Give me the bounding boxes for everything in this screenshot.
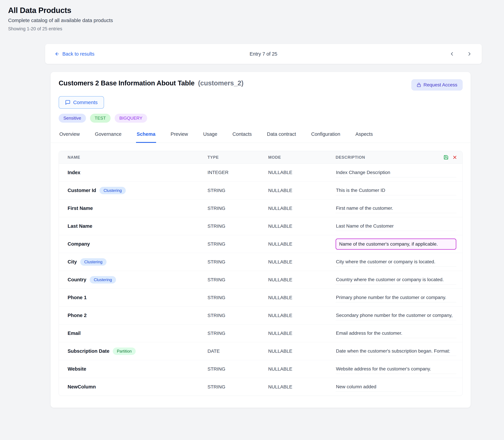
- entry-position: Entry 7 of 25: [250, 51, 277, 57]
- field-description-input[interactable]: [336, 329, 456, 338]
- field-description-input[interactable]: [336, 257, 456, 267]
- field-name-cell: Country Clustering: [68, 276, 207, 284]
- clustering-badge: Clustering: [80, 258, 107, 266]
- field-mode: NULLABLE: [268, 170, 336, 175]
- field-name: Phone 1: [68, 295, 87, 300]
- nav-left: Back to results: [55, 51, 250, 57]
- field-description-input[interactable]: [336, 204, 456, 213]
- next-entry-button[interactable]: [467, 51, 472, 57]
- tab-governance[interactable]: Governance: [94, 130, 122, 143]
- title-row: Customers 2 Base Information About Table…: [59, 79, 462, 90]
- chevron-left-icon: [449, 51, 455, 57]
- field-description-input[interactable]: [336, 293, 456, 302]
- field-description-input[interactable]: [336, 346, 456, 356]
- table-row-index: Index INTEGER NULLABLE: [59, 164, 462, 181]
- field-description-cell: [336, 221, 457, 231]
- tab-contacts[interactable]: Contacts: [232, 130, 252, 143]
- tag-sensitive: Sensitive: [59, 114, 86, 123]
- back-to-results-label: Back to results: [62, 51, 94, 57]
- partition-badge: Partition: [113, 347, 136, 355]
- field-name-cell: City Clustering: [68, 258, 207, 266]
- field-type: STRING: [207, 366, 268, 372]
- field-name-cell: NewColumn: [68, 384, 207, 390]
- comments-row: Comments: [59, 96, 462, 109]
- field-name-cell: Website: [68, 366, 207, 372]
- table-wrap: NAME TYPE MODE DESCRIPTION: [51, 143, 471, 396]
- arrow-left-icon: [55, 51, 60, 56]
- tab-data-contract[interactable]: Data contract: [266, 130, 297, 143]
- entries-info: Showing 1-20 of 25 entries: [8, 26, 504, 31]
- tab-aspects[interactable]: Aspects: [355, 130, 374, 143]
- field-name: Index: [68, 170, 80, 175]
- field-name-cell: Company: [68, 241, 207, 247]
- tab-configuration[interactable]: Configuration: [311, 130, 341, 143]
- field-name: Country: [68, 277, 86, 283]
- tabs-bar: OverviewGovernanceSchemaPreviewUsageCont…: [51, 124, 471, 143]
- request-access-button[interactable]: Request Access: [411, 79, 462, 90]
- field-description-cell: [336, 346, 457, 356]
- page-header: All Data Products Complete catalog of al…: [0, 0, 504, 31]
- field-type: STRING: [207, 223, 268, 229]
- results-nav-bar: Back to results Entry 7 of 25: [45, 44, 482, 64]
- field-type: STRING: [207, 295, 268, 300]
- tab-schema[interactable]: Schema: [136, 130, 156, 143]
- field-description-cell: [336, 186, 457, 195]
- tab-overview[interactable]: Overview: [59, 130, 80, 143]
- field-name-cell: Subscription Date Partition: [68, 347, 207, 355]
- field-description-input[interactable]: [336, 275, 456, 285]
- field-mode: NULLABLE: [268, 295, 336, 300]
- field-type: STRING: [207, 384, 268, 390]
- page-subtitle: Complete catalog of all available data p…: [8, 17, 504, 23]
- back-to-results-link[interactable]: Back to results: [55, 51, 94, 57]
- data-product-card: Customers 2 Base Information About Table…: [51, 72, 471, 408]
- table-row-email: Email STRING NULLABLE: [59, 324, 462, 342]
- chevron-right-icon: [467, 51, 472, 57]
- field-mode: NULLABLE: [268, 384, 336, 390]
- page-title: All Data Products: [8, 6, 504, 15]
- save-icon[interactable]: [444, 155, 448, 160]
- clustering-badge: Clustering: [100, 187, 126, 194]
- tab-usage[interactable]: Usage: [202, 130, 218, 143]
- field-mode: NULLABLE: [268, 188, 336, 193]
- product-identifier: (customers_2): [198, 79, 244, 87]
- cancel-icon[interactable]: [452, 155, 457, 160]
- field-description-cell: [336, 329, 457, 338]
- field-description-input[interactable]: [336, 364, 456, 374]
- field-description-cell: [336, 238, 457, 250]
- field-type: STRING: [207, 206, 268, 211]
- field-description-input[interactable]: [336, 238, 456, 250]
- field-mode: NULLABLE: [268, 331, 336, 336]
- field-description-cell: [336, 311, 457, 320]
- field-type: STRING: [207, 259, 268, 265]
- field-name: First Name: [68, 206, 93, 211]
- field-description-input[interactable]: [336, 311, 456, 320]
- column-header-mode: MODE: [268, 155, 336, 160]
- table-row-customer-id: Customer Id Clustering STRING NULLABLE: [59, 181, 462, 199]
- tag-bigquery: BIGQUERY: [115, 114, 147, 123]
- request-access-label: Request Access: [423, 82, 457, 88]
- tab-preview[interactable]: Preview: [170, 130, 189, 143]
- field-description-cell: [336, 168, 457, 177]
- field-name: Company: [68, 241, 90, 247]
- comments-button[interactable]: Comments: [59, 96, 104, 109]
- column-header-type: TYPE: [207, 155, 268, 160]
- field-type: STRING: [207, 313, 268, 318]
- field-type: STRING: [207, 241, 268, 247]
- card-head: Customers 2 Base Information About Table…: [51, 79, 471, 123]
- table-body: Index INTEGER NULLABLE Customer Id Clust…: [59, 164, 462, 396]
- header-actions: [444, 155, 457, 160]
- table-row-phone-2: Phone 2 STRING NULLABLE: [59, 306, 462, 324]
- field-mode: NULLABLE: [268, 223, 336, 229]
- field-description-input[interactable]: [336, 382, 456, 392]
- clustering-badge: Clustering: [90, 276, 116, 284]
- field-description-input[interactable]: [336, 221, 456, 231]
- previous-entry-button[interactable]: [449, 51, 455, 57]
- field-description-input[interactable]: [336, 168, 456, 177]
- nav-right: [277, 51, 472, 57]
- field-type: STRING: [207, 277, 268, 283]
- field-description-input[interactable]: [336, 186, 456, 195]
- lock-icon: [417, 83, 421, 87]
- field-mode: NULLABLE: [268, 313, 336, 318]
- field-name-cell: Phone 2: [68, 313, 207, 318]
- field-mode: NULLABLE: [268, 259, 336, 265]
